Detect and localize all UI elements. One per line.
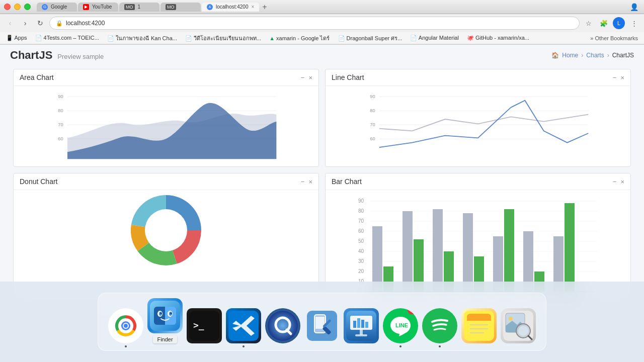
svg-rect-46 xyxy=(504,209,514,292)
close-button[interactable] xyxy=(4,4,11,10)
svg-rect-88 xyxy=(361,320,364,328)
reload-button[interactable]: ↻ xyxy=(34,17,46,29)
donut-chart-minimize[interactable]: − xyxy=(301,178,305,186)
back-button[interactable]: ‹ xyxy=(4,17,16,29)
tab-favicon-active: A xyxy=(207,4,213,10)
line-icon: LINE 822 xyxy=(383,308,418,343)
tab-youtube[interactable]: ▶ YouTube xyxy=(78,3,118,12)
bar-chart-title: Bar Chart xyxy=(332,177,362,186)
dock-item-terminal[interactable]: >_ xyxy=(187,308,222,343)
svg-text:20: 20 xyxy=(358,268,364,274)
dock-item-chrome[interactable] xyxy=(108,308,143,343)
bookmark-video[interactable]: 📄 วีดีโอสะเนียนเรียนนอกพท... xyxy=(183,33,263,43)
svg-point-106 xyxy=(518,326,528,336)
area-chart-close[interactable]: × xyxy=(308,74,312,81)
account-icon[interactable]: 👤 xyxy=(628,1,640,13)
svg-text:LINE: LINE xyxy=(395,322,408,328)
extensions-icon[interactable]: 🧩 xyxy=(598,17,610,29)
svg-rect-39 xyxy=(403,211,413,292)
dock-item-line[interactable]: LINE 822 xyxy=(383,308,418,343)
bar-chart-controls: − × xyxy=(613,178,624,186)
svg-text:50: 50 xyxy=(358,238,364,244)
bookmark-apps[interactable]: 📱 Apps xyxy=(4,34,29,42)
donut-chart-close[interactable]: × xyxy=(308,178,312,186)
chrome-dot xyxy=(125,345,127,347)
bookmark-kan[interactable]: 📄 ในภาพาของฉี Kan Cha... xyxy=(105,33,179,43)
line-chart-close[interactable]: × xyxy=(620,74,624,81)
minimize-button[interactable] xyxy=(14,4,21,10)
bookmark-4tests[interactable]: 📄 4Tests.com – TOEIC... xyxy=(33,34,101,42)
dock-item-vscode[interactable] xyxy=(226,308,261,343)
tab-active[interactable]: A localhost:4200 × xyxy=(202,3,259,12)
area-chart-minimize[interactable]: − xyxy=(301,74,305,81)
svg-text:80: 80 xyxy=(370,108,375,113)
bookmark-angular[interactable]: 📄 Angular Material xyxy=(408,34,461,42)
line-chart-card: Line Chart − × 90 80 70 60 xyxy=(325,69,631,167)
svg-point-16 xyxy=(145,209,187,251)
breadcrumb: 🏠 Home › Charts › ChartJS xyxy=(551,52,634,59)
svg-rect-87 xyxy=(357,318,360,328)
bookmark-dragonball[interactable]: 📄 Dragonball Super ศร... xyxy=(336,33,405,43)
new-tab-button[interactable]: + xyxy=(262,3,267,12)
bookmark-xamarin-drive-label: xamarin - Google ไดร์ xyxy=(276,34,330,43)
line-chart-minimize[interactable]: − xyxy=(613,74,617,81)
bar-chart-close[interactable]: × xyxy=(620,178,624,186)
area-chart-title: Area Chart xyxy=(20,73,54,81)
home-icon[interactable]: 🏠 xyxy=(551,52,559,59)
svg-text:80: 80 xyxy=(58,108,63,113)
svg-rect-86 xyxy=(353,321,356,328)
bookmark-video-label: 📄 วีดีโอสะเนียนเรียนนอกพท... xyxy=(185,34,261,43)
quicktime-icon xyxy=(265,308,300,343)
svg-rect-81 xyxy=(315,317,325,329)
bookmark-star-icon[interactable]: ☆ xyxy=(583,17,595,29)
breadcrumb-home[interactable]: Home xyxy=(562,52,578,59)
breadcrumb-charts[interactable]: Charts xyxy=(586,52,604,59)
spotify-dot xyxy=(439,345,441,347)
svg-text:90: 90 xyxy=(370,94,375,99)
svg-text:60: 60 xyxy=(370,136,375,141)
tab-close-icon[interactable]: × xyxy=(252,4,255,10)
tab-favicon-google: G xyxy=(42,4,48,10)
bookmark-xamarin-drive[interactable]: ▲ xamarin - Google ไดร์ xyxy=(267,33,332,43)
area-chart-header: Area Chart − × xyxy=(14,69,318,86)
address-bar[interactable]: 🔒 localhost:4200 xyxy=(49,17,580,30)
dock-item-finder[interactable]: Finder xyxy=(147,298,183,343)
notes-icon xyxy=(461,308,497,343)
bar-chart-header: Bar Chart − × xyxy=(326,173,630,190)
dock-item-keynote[interactable] xyxy=(344,308,379,343)
tab-google[interactable]: G Google xyxy=(37,3,77,12)
tab-mo1[interactable]: MO 1 xyxy=(119,3,159,12)
svg-text:40: 40 xyxy=(358,248,364,254)
tab-label-yt: YouTube xyxy=(92,4,112,10)
svg-point-71 xyxy=(160,313,162,314)
dock-item-notes[interactable] xyxy=(461,308,497,343)
svg-text:60: 60 xyxy=(358,228,364,234)
bar-chart-svg: 90 80 70 60 50 40 30 20 10 0 xyxy=(331,195,625,296)
forward-button[interactable]: › xyxy=(19,17,31,29)
dock-item-preview[interactable] xyxy=(501,308,536,343)
svg-point-72 xyxy=(171,313,172,314)
bookmarks-bar: 📱 Apps 📄 4Tests.com – TOEIC... 📄 ในภาพาข… xyxy=(0,32,644,44)
profile-icon[interactable]: L xyxy=(613,17,625,29)
svg-text:70: 70 xyxy=(358,218,364,224)
line-chart-svg: 90 80 70 60 xyxy=(331,91,625,161)
donut-chart-header: Donut Chart − × xyxy=(14,173,318,190)
breadcrumb-sep-2: › xyxy=(607,52,609,59)
svg-rect-98 xyxy=(467,319,491,321)
vscode-icon xyxy=(226,308,261,343)
area-chart-controls: − × xyxy=(301,74,312,81)
menu-icon[interactable]: ⋮ xyxy=(628,17,640,29)
tab-mo2[interactable]: MO xyxy=(160,3,201,12)
bookmark-github[interactable]: 🐙 GitHub - xamarin/xa... xyxy=(465,34,531,42)
maximize-button[interactable] xyxy=(24,4,31,10)
chrome-icon xyxy=(108,308,143,343)
bookmark-more[interactable]: » Other Bookmarks xyxy=(588,35,640,42)
bar-chart-minimize[interactable]: − xyxy=(613,178,617,186)
tab-favicon-mo1: MO xyxy=(124,4,135,10)
vscode-dot xyxy=(243,345,245,347)
dock-item-simulator[interactable] xyxy=(304,308,340,343)
dock-item-spotify[interactable] xyxy=(422,308,457,343)
page-title-area: ChartJS Preview sample xyxy=(10,49,104,62)
dock-item-quicktime[interactable] xyxy=(265,308,300,343)
line-dot xyxy=(399,345,401,347)
